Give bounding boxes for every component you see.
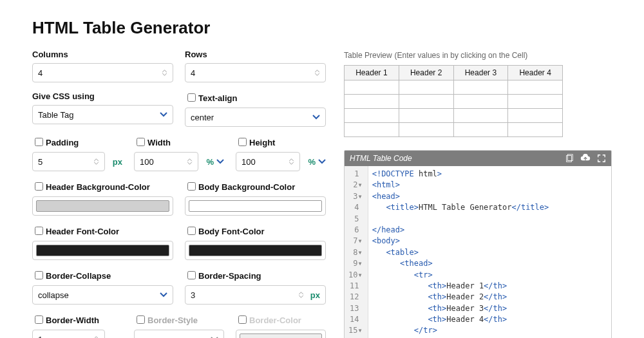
border-color-label: Border-Color — [249, 315, 301, 325]
preview-cell[interactable] — [399, 123, 453, 137]
chevron-down-icon — [160, 112, 167, 117]
code-panel: HTML Table Code 1 2▾ 3▾ 4 5 6 7▾ 8▾ 9▾ 1… — [344, 150, 612, 338]
stepper-icon[interactable] — [187, 158, 193, 165]
height-input[interactable]: 100 — [236, 152, 300, 171]
text-align-select[interactable]: center — [185, 108, 326, 127]
body-bg-color[interactable] — [185, 196, 326, 216]
preview-cell[interactable] — [508, 109, 563, 123]
stepper-icon[interactable] — [93, 158, 99, 165]
text-align-label: Text-align — [198, 93, 237, 103]
header-bg-label: Header Background-Color — [46, 182, 150, 192]
body-bg-checkbox[interactable] — [187, 182, 196, 191]
height-label: Height — [249, 138, 275, 147]
rows-input[interactable]: 4 — [185, 63, 326, 82]
expand-icon[interactable] — [597, 154, 606, 163]
border-collapse-select[interactable]: collapse — [32, 285, 173, 305]
preview-header-cell[interactable]: Header 2 — [399, 66, 453, 80]
preview-cell[interactable] — [399, 80, 453, 95]
border-style-label: Border-Style — [147, 315, 198, 325]
columns-label: Columns — [32, 50, 173, 59]
code-gutter: 1 2▾ 3▾ 4 5 6 7▾ 8▾ 9▾ 10▾ 11 12 13 14 1… — [345, 166, 368, 338]
preview-cell[interactable] — [453, 123, 508, 137]
preview-cell[interactable] — [453, 80, 508, 95]
preview-cell[interactable] — [345, 95, 399, 109]
preview-cell[interactable] — [345, 123, 399, 137]
padding-input[interactable]: 5 — [32, 152, 105, 171]
width-unit-select[interactable]: % — [202, 157, 224, 167]
preview-header-cell[interactable]: Header 4 — [508, 66, 563, 80]
border-collapse-label: Border-Collapse — [46, 271, 111, 281]
body-font-checkbox[interactable] — [187, 227, 196, 235]
preview-cell[interactable] — [345, 80, 399, 95]
code-title: HTML Table Code — [350, 154, 412, 163]
border-width-unit: px — [113, 335, 122, 339]
preview-title: Table Preview — [344, 51, 392, 60]
border-collapse-checkbox[interactable] — [35, 271, 43, 279]
chevron-down-icon — [216, 159, 224, 164]
copy-icon[interactable] — [565, 154, 574, 163]
height-unit-select[interactable]: % — [304, 157, 326, 167]
text-align-checkbox[interactable] — [187, 93, 196, 102]
body-bg-label: Body Background-Color — [198, 182, 295, 192]
preview-hint: (Enter values in by clicking on the Cell… — [395, 51, 528, 60]
padding-unit: px — [113, 157, 122, 167]
preview-cell[interactable] — [453, 95, 508, 109]
height-checkbox[interactable] — [238, 138, 247, 146]
css-using-select[interactable]: Table Tag — [32, 105, 173, 124]
border-width-checkbox[interactable] — [35, 315, 43, 324]
preview-header-cell[interactable]: Header 3 — [453, 66, 508, 80]
preview-cell[interactable] — [508, 95, 563, 109]
cloud-upload-icon[interactable] — [580, 154, 591, 163]
border-spacing-label: Border-Spacing — [198, 271, 261, 281]
width-input[interactable]: 100 — [134, 152, 198, 171]
code-content[interactable]: <!DOCTYPE html> <html> <head> <title>HTM… — [368, 166, 611, 338]
width-checkbox[interactable] — [137, 138, 145, 146]
page-title: HTML Table Generator — [32, 18, 612, 38]
chevron-down-icon — [318, 159, 326, 164]
border-width-label: Border-Width — [46, 315, 99, 325]
preview-table[interactable]: Header 1 Header 2 Header 3 Header 4 — [344, 65, 563, 137]
css-using-label: Give CSS using — [32, 91, 173, 101]
preview-cell[interactable] — [508, 80, 563, 95]
header-bg-color[interactable] — [32, 196, 173, 216]
border-color-swatch[interactable] — [236, 330, 326, 338]
header-bg-checkbox[interactable] — [35, 182, 43, 191]
border-spacing-checkbox[interactable] — [187, 271, 196, 279]
columns-input[interactable]: 4 — [32, 63, 173, 82]
header-font-color[interactable] — [32, 241, 173, 260]
border-width-input[interactable]: 1 — [32, 330, 105, 338]
stepper-icon[interactable] — [314, 70, 320, 76]
width-label: Width — [147, 138, 171, 147]
form-panel: Columns 4 Rows 4 — [32, 50, 326, 338]
preview-cell[interactable] — [453, 109, 508, 123]
border-color-checkbox[interactable] — [238, 315, 247, 324]
stepper-icon[interactable] — [289, 158, 294, 165]
rows-label: Rows — [185, 50, 326, 59]
border-style-select[interactable]: none — [134, 330, 224, 338]
header-font-checkbox[interactable] — [35, 227, 43, 235]
preview-header-cell[interactable]: Header 1 — [345, 66, 399, 80]
padding-label: Padding — [46, 138, 79, 147]
border-spacing-unit: px — [310, 290, 320, 300]
stepper-icon[interactable] — [298, 292, 304, 298]
preview-cell[interactable] — [345, 109, 399, 123]
stepper-icon[interactable] — [162, 70, 167, 76]
padding-checkbox[interactable] — [35, 138, 43, 146]
chevron-down-icon — [160, 292, 167, 297]
border-style-checkbox[interactable] — [137, 315, 145, 324]
preview-cell[interactable] — [399, 95, 453, 109]
body-font-color[interactable] — [185, 241, 326, 260]
body-font-label: Body Font-Color — [198, 227, 265, 236]
header-font-label: Header Font-Color — [46, 227, 119, 236]
preview-cell[interactable] — [508, 123, 563, 137]
border-spacing-input[interactable]: 3 px — [185, 285, 326, 305]
preview-cell[interactable] — [399, 109, 453, 123]
chevron-down-icon — [312, 115, 320, 120]
